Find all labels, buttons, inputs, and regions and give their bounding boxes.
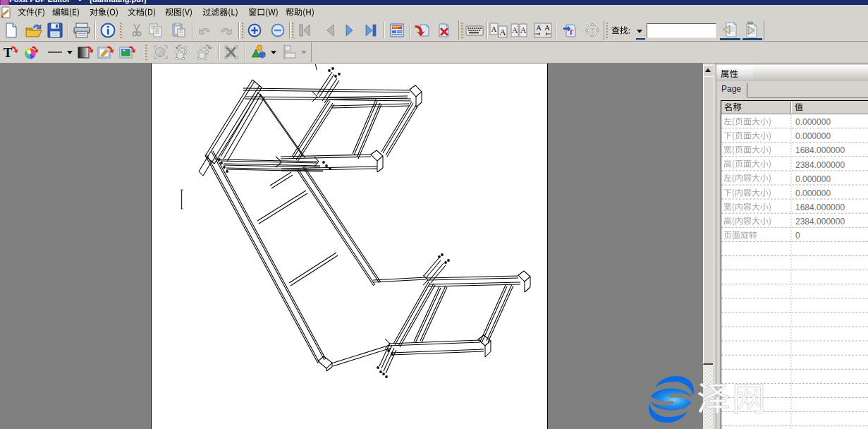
svg-text:A: A bbox=[536, 23, 542, 32]
svg-text:A: A bbox=[491, 25, 497, 33]
svg-text:A: A bbox=[544, 23, 550, 32]
svg-text:A: A bbox=[520, 25, 527, 35]
svg-text:T: T bbox=[4, 45, 13, 60]
svg-text:T: T bbox=[590, 27, 594, 35]
svg-text:A: A bbox=[499, 27, 506, 37]
svg-text:A: A bbox=[512, 25, 518, 35]
